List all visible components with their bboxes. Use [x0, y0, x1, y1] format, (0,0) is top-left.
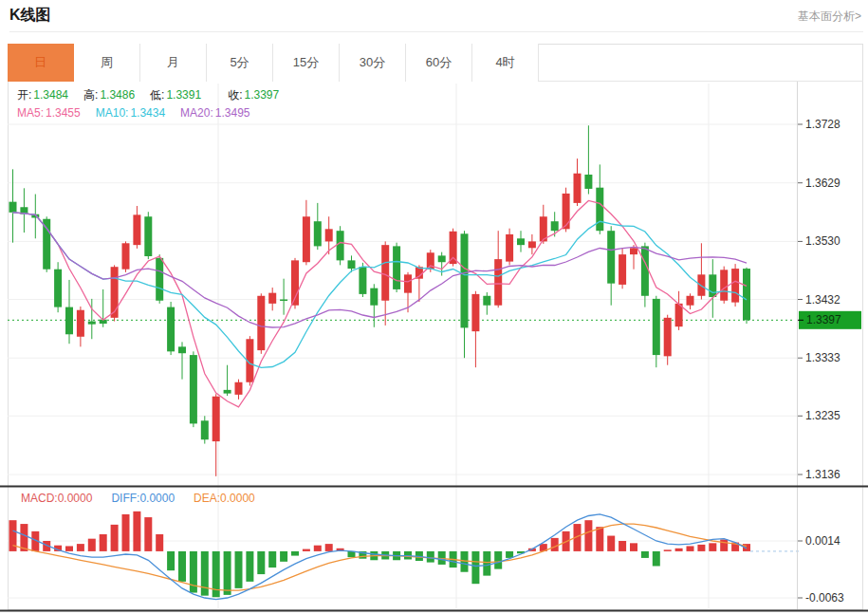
candle-body: [607, 231, 615, 283]
macd-bar: [697, 545, 705, 551]
candle-body: [483, 296, 490, 306]
tab-5[interactable]: 30分: [340, 44, 406, 82]
macd-bar: [494, 551, 502, 569]
macd-bar: [709, 543, 716, 551]
candle-body: [563, 194, 570, 229]
candle-body: [720, 270, 728, 300]
tab-7[interactable]: 4时: [472, 44, 539, 82]
candles-layer: [9, 125, 751, 476]
candle-body: [619, 254, 626, 285]
macd-bar: [201, 551, 209, 596]
candle-body: [471, 294, 479, 331]
ma20-line: [13, 213, 748, 327]
y-axis-label: 1.3629: [805, 177, 840, 190]
candle-body: [212, 397, 220, 441]
candle-body: [528, 241, 536, 248]
high-readout: 高:1.3486: [83, 87, 135, 103]
ma-legend: MA5:1.3455 MA10:1.3434 MA20:1.3495: [17, 106, 266, 120]
macd-bar: [584, 520, 592, 551]
candle-body: [9, 202, 17, 213]
candle-body: [584, 175, 592, 189]
tab-6[interactable]: 60分: [406, 44, 472, 82]
candle-body: [77, 310, 84, 337]
candle-body: [630, 248, 637, 254]
macd-bar: [77, 544, 84, 551]
candle-body: [709, 274, 716, 297]
candle-body: [43, 219, 50, 270]
candle-body: [450, 232, 457, 264]
ma10-readout: MA10:1.3434: [96, 106, 165, 120]
candle-body: [359, 267, 366, 294]
tab-4[interactable]: 15分: [273, 44, 340, 82]
macd-bar: [111, 525, 119, 551]
candle-body: [370, 288, 378, 306]
macd-bar: [619, 541, 626, 551]
last-price-badge-text: 1.3397: [806, 313, 841, 326]
macd-bar: [325, 544, 333, 551]
macd-bar: [178, 551, 186, 582]
macd-bar: [551, 538, 559, 551]
y-axis-label: 1.3333: [805, 351, 840, 364]
candle-body: [506, 234, 513, 262]
ma5-readout: MA5:1.3455: [17, 106, 81, 120]
macd-bar: [675, 549, 683, 551]
candle-body: [438, 255, 446, 262]
candle-body: [133, 214, 140, 245]
candle-body: [314, 221, 322, 246]
ma10-line: [13, 213, 748, 367]
macd-bar: [596, 527, 603, 551]
candle-body: [167, 307, 175, 352]
tab-2[interactable]: 月: [140, 44, 207, 82]
candle-body: [494, 259, 502, 306]
kline-page: { "app": { "title": "K线图", "fundamental_…: [0, 0, 868, 614]
macd-readout: MACD:0.0000: [21, 492, 92, 505]
candle-body: [325, 229, 333, 241]
candle-body: [743, 269, 750, 320]
candle-body: [381, 245, 389, 301]
macd-bar: [65, 546, 73, 550]
candle-body: [88, 322, 96, 325]
y-axis-label: 1.3530: [805, 234, 840, 248]
macd-bar: [314, 546, 322, 551]
candle-body: [54, 270, 62, 307]
candle-body: [190, 355, 197, 423]
candle-body: [224, 390, 231, 394]
macd-bar: [664, 549, 672, 551]
candle-body: [268, 293, 276, 304]
close-readout: 收:1.3397: [228, 87, 279, 103]
macd-bar: [144, 517, 152, 551]
macd-bar: [246, 551, 253, 582]
macd-bar: [471, 551, 479, 584]
open-readout: 开:1.3484: [17, 87, 68, 103]
tab-3[interactable]: 5分: [207, 44, 273, 82]
y-axis-label: 1.3432: [805, 293, 840, 307]
low-readout: 低:1.3391: [150, 87, 201, 103]
candle-body: [337, 231, 344, 260]
candle-body: [111, 267, 119, 318]
dea-readout: DEA:0.0000: [194, 492, 255, 505]
y-axis-label: 1.3235: [805, 409, 840, 422]
ohlc-readout: 开:1.3484 高:1.3486 低:1.3391 收:1.3397: [17, 87, 294, 103]
candle-body: [348, 260, 356, 269]
candle-body: [65, 307, 73, 335]
macd-bar: [427, 551, 434, 563]
macd-bar: [720, 539, 728, 550]
candle-body: [461, 233, 469, 327]
macd-bar: [156, 534, 163, 551]
y-axis-label: 1.3136: [805, 468, 840, 481]
candle-body: [731, 269, 739, 303]
macd-bar: [280, 551, 287, 562]
ma5-line: [13, 200, 748, 407]
tab-1[interactable]: 周: [74, 44, 140, 82]
macd-bar: [641, 551, 649, 558]
candle-body: [664, 318, 672, 357]
macd-bar: [88, 539, 96, 551]
candle-body: [280, 300, 287, 302]
macd-bar: [235, 551, 243, 588]
candle-body: [144, 216, 152, 256]
macd-bar: [257, 551, 265, 574]
candle-body: [156, 258, 163, 301]
tab-selected-0[interactable]: 日: [8, 44, 74, 82]
macd-axis-label: -0.0063: [805, 591, 844, 605]
macd-bar: [224, 551, 231, 595]
